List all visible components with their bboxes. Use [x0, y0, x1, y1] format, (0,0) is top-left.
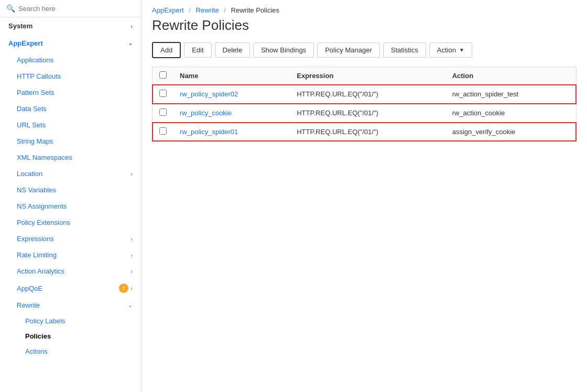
action-button[interactable]: Action ▼: [429, 42, 472, 58]
breadcrumb-appexpert[interactable]: AppExpert: [152, 6, 184, 14]
row-checkbox-cell: [153, 104, 173, 123]
add-button[interactable]: Add: [152, 42, 181, 58]
sidebar-item-action-analytics[interactable]: Action Analytics ›: [0, 263, 141, 279]
dropdown-caret-icon: ▼: [459, 47, 464, 53]
sidebar-item-data-sets[interactable]: Data Sets: [0, 101, 141, 117]
breadcrumb-rewrite[interactable]: Rewrite: [196, 6, 219, 14]
sidebar-item-http-callouts[interactable]: HTTP Callouts: [0, 68, 141, 84]
table-row: rw_policy_spider01HTTP.REQ.URL.EQ("/01/"…: [153, 123, 576, 141]
sidebar-item-string-maps[interactable]: String Maps: [0, 133, 141, 149]
sidebar-item-rate-limiting[interactable]: Rate Limiting ›: [0, 247, 141, 263]
sidebar-item-appexpert[interactable]: AppExpert ⌄: [0, 35, 141, 52]
chevron-down-icon: ⌄: [128, 302, 133, 309]
row-checkbox[interactable]: [159, 127, 167, 135]
sidebar-item-policy-labels[interactable]: Policy Labels: [0, 313, 141, 329]
sidebar-item-xml-namespaces[interactable]: XML Namespaces: [0, 149, 141, 166]
appexpert-label: AppExpert: [8, 39, 43, 47]
sidebar-item-ns-variables[interactable]: NS Variables: [0, 182, 141, 198]
sidebar-item-expressions[interactable]: Expressions ›: [0, 231, 141, 247]
row-checkbox[interactable]: [159, 108, 167, 116]
sidebar-item-system[interactable]: System ›: [0, 17, 141, 35]
chevron-right-icon: ›: [131, 23, 133, 29]
sidebar-item-policy-extensions[interactable]: Policy Extensions: [0, 214, 141, 231]
policy-manager-button[interactable]: Policy Manager: [317, 42, 380, 58]
toolbar: Add Edit Delete Show Bindings Policy Man…: [152, 42, 577, 58]
warning-badge: !: [119, 284, 128, 293]
row-action: rw_action_spider_test: [446, 85, 576, 104]
edit-button[interactable]: Edit: [184, 42, 211, 58]
table-row: rw_policy_spider02HTTP.REQ.URL.EQ("/01/"…: [153, 85, 576, 104]
policies-table: Name Expression Action rw_policy_spider0…: [153, 67, 576, 141]
sidebar-item-policies[interactable]: Policies: [0, 329, 141, 344]
row-action: assign_verify_cookie: [446, 123, 576, 141]
statistics-button[interactable]: Statistics: [383, 42, 426, 58]
chevron-down-icon: ⌄: [128, 40, 133, 47]
select-all-checkbox[interactable]: [159, 71, 167, 79]
col-name: Name: [173, 67, 290, 85]
chevron-right-icon: ›: [131, 268, 133, 275]
row-checkbox-cell: [153, 85, 173, 104]
sidebar-item-actions[interactable]: Actions: [0, 344, 141, 359]
sidebar: 🔍 System › AppExpert ⌄ Applications HTTP…: [0, 0, 142, 392]
show-bindings-button[interactable]: Show Bindings: [253, 42, 314, 58]
sidebar-item-pattern-sets[interactable]: Pattern Sets: [0, 84, 141, 101]
breadcrumb-current: Rewrite Policies: [231, 6, 279, 14]
chevron-right-icon: ›: [131, 285, 133, 291]
sidebar-item-location[interactable]: Location ›: [0, 166, 141, 182]
row-name[interactable]: rw_policy_spider02: [173, 85, 290, 104]
breadcrumb: AppExpert / Rewrite / Rewrite Policies: [152, 0, 577, 17]
sidebar-item-applications[interactable]: Applications: [0, 52, 141, 68]
row-checkbox-cell: [153, 123, 173, 141]
chevron-right-icon: ›: [131, 252, 133, 258]
row-checkbox[interactable]: [159, 90, 167, 97]
table-row: rw_policy_cookieHTTP.REQ.URL.EQ("/01/")r…: [153, 104, 576, 123]
table-container: Name Expression Action rw_policy_spider0…: [152, 67, 577, 141]
search-bar[interactable]: 🔍: [0, 0, 141, 17]
page-title: Rewrite Policies: [152, 17, 577, 34]
row-action: rw_action_cookie: [446, 104, 576, 123]
row-name[interactable]: rw_policy_cookie: [173, 104, 290, 123]
search-input[interactable]: [18, 5, 135, 13]
row-expression: HTTP.REQ.URL.EQ("/01/"): [290, 123, 445, 141]
row-expression: HTTP.REQ.URL.EQ("/01/"): [290, 104, 445, 123]
chevron-right-icon: ›: [131, 171, 133, 177]
row-name[interactable]: rw_policy_spider01: [173, 123, 290, 141]
row-expression: HTTP.REQ.URL.EQ("/01/"): [290, 85, 445, 104]
sidebar-item-rewrite[interactable]: Rewrite ⌄: [0, 297, 141, 313]
sidebar-item-ns-assignments[interactable]: NS Assignments: [0, 198, 141, 214]
chevron-right-icon: ›: [131, 236, 133, 242]
delete-button[interactable]: Delete: [215, 42, 251, 58]
col-checkbox: [153, 67, 173, 85]
search-icon: 🔍: [6, 4, 15, 13]
sidebar-item-appqoe[interactable]: AppQoE ! ›: [0, 279, 141, 297]
main-content: AppExpert / Rewrite / Rewrite Policies R…: [142, 0, 587, 392]
col-action: Action: [446, 67, 576, 85]
col-expression: Expression: [290, 67, 445, 85]
sidebar-item-url-sets[interactable]: URL Sets: [0, 117, 141, 133]
system-label: System: [8, 22, 32, 30]
